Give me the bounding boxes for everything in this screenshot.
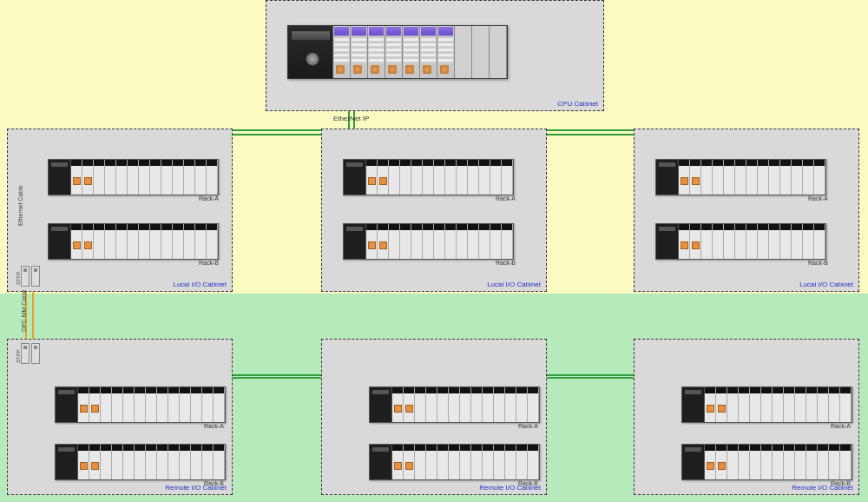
io-slot [460, 445, 471, 479]
io-slot [161, 224, 173, 259]
io-slot [94, 160, 105, 195]
io-slot [161, 160, 173, 195]
io-slot [202, 445, 214, 479]
io-slot [528, 445, 539, 479]
cabinet-remote-io-1: Rack-A Rack-B Remote I/O Cabinet [7, 339, 233, 495]
io-slot [184, 224, 195, 259]
io-slot [758, 160, 769, 195]
stfp-lower-box-1 [21, 343, 30, 364]
io-slot [191, 445, 202, 479]
cpu-slot [420, 26, 437, 78]
io-slot [840, 445, 852, 479]
io-rack-a [681, 386, 852, 423]
rack-a-label: Rack-A [199, 195, 219, 201]
io-slot [701, 160, 713, 195]
cabinet-cpu-label: CPU Cabinet [557, 100, 598, 108]
io-slot-enet [404, 445, 415, 479]
io-slot [494, 445, 505, 479]
cpu-slot [368, 26, 385, 78]
io-slot [415, 387, 426, 422]
cabinet-remote-label: Remote I/O Cabinet [479, 484, 541, 492]
rack-a-label: Rack-A [831, 423, 851, 429]
stfp-upper-box-1 [21, 266, 30, 287]
io-slot-enet [679, 224, 690, 259]
io-slot [426, 445, 437, 479]
io-slot [479, 160, 490, 195]
cabinet-remote-io-3: Rack-A Rack-B Remote I/O Cabinet [634, 339, 859, 495]
io-slot [724, 160, 735, 195]
io-slot [457, 160, 468, 195]
io-slot [806, 387, 818, 422]
io-slot [490, 160, 502, 195]
cabinet-remote-io-2: Rack-A Rack-B Remote I/O Cabinet [321, 339, 547, 495]
io-slot [400, 224, 411, 259]
io-rack-a [55, 386, 226, 423]
io-slot [739, 445, 750, 479]
io-slot [769, 160, 780, 195]
io-slot [168, 445, 180, 479]
io-slot [146, 387, 157, 422]
io-slot [746, 160, 758, 195]
io-slot-enet [705, 445, 716, 479]
io-slot [460, 387, 471, 422]
io-rack-b [48, 223, 219, 260]
io-slot [516, 387, 528, 422]
io-power-supply [56, 387, 78, 422]
io-slot [479, 224, 490, 259]
io-slot [471, 387, 483, 422]
io-slot [814, 224, 825, 259]
io-slot [180, 387, 191, 422]
io-power-supply [656, 224, 679, 259]
io-slot [750, 445, 761, 479]
io-slot [761, 445, 773, 479]
io-slot-enet [392, 387, 404, 422]
io-power-supply [49, 224, 71, 259]
io-slot [769, 224, 780, 259]
io-slot [445, 224, 457, 259]
io-slot [423, 224, 434, 259]
cabinet-local-label: Local I/O Cabinet [173, 281, 227, 288]
io-slot [713, 160, 724, 195]
io-slot-enet [82, 160, 94, 195]
io-slot [784, 445, 795, 479]
io-slot [411, 224, 423, 259]
cabinet-remote-label: Remote I/O Cabinet [792, 484, 853, 492]
io-slot-enet [82, 224, 94, 259]
io-slot [94, 224, 105, 259]
cpu-slot-empty [472, 26, 490, 78]
io-slot-enet [705, 387, 716, 422]
io-slot-enet [89, 387, 101, 422]
rack-a-label: Rack-A [204, 423, 224, 429]
io-power-supply [344, 160, 366, 195]
rack-b-label: Rack-B [808, 260, 828, 266]
io-slot [214, 445, 225, 479]
io-slot [434, 160, 445, 195]
io-slot [135, 387, 146, 422]
plc-cpu-rack [287, 25, 508, 79]
io-rack-a [655, 159, 826, 195]
io-slot [195, 224, 207, 259]
rack-a-label: Rack-A [518, 423, 538, 429]
cpu-slot [351, 26, 368, 78]
stfp-lower-label: STFP [16, 350, 21, 363]
io-slot [207, 160, 218, 195]
io-slot [173, 160, 184, 195]
io-slot [112, 387, 123, 422]
io-slot [829, 445, 840, 479]
io-slot [123, 445, 135, 479]
io-power-supply [682, 445, 705, 479]
io-slot [792, 160, 803, 195]
cpu-slot [403, 26, 420, 78]
io-slot [528, 387, 539, 422]
cpu-slot-empty [455, 26, 472, 78]
io-slot [806, 445, 818, 479]
io-rack-b [681, 444, 852, 480]
io-slot [434, 224, 445, 259]
io-slot [101, 387, 112, 422]
io-slot [150, 160, 161, 195]
io-slot [483, 387, 494, 422]
io-slot [803, 224, 814, 259]
cabinet-local-io-3: Rack-A Rack-B Local I/O Cabinet [634, 129, 859, 292]
io-rack-a [343, 159, 514, 195]
io-rack-b [369, 444, 540, 480]
